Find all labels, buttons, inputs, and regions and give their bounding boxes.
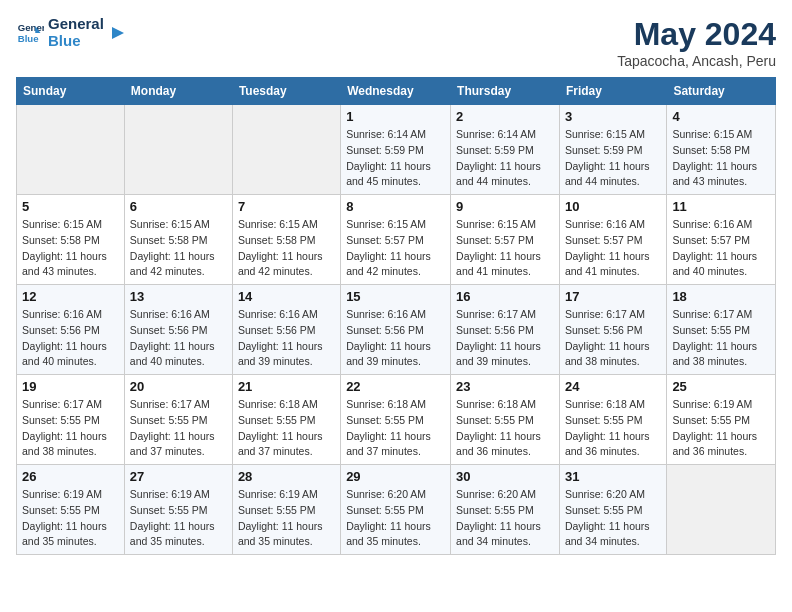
- day-number: 18: [672, 289, 770, 304]
- calendar-cell: [124, 105, 232, 195]
- col-header-sunday: Sunday: [17, 78, 125, 105]
- day-detail: Sunrise: 6:16 AM Sunset: 5:57 PM Dayligh…: [672, 217, 770, 280]
- calendar-cell: [667, 465, 776, 555]
- day-detail: Sunrise: 6:14 AM Sunset: 5:59 PM Dayligh…: [456, 127, 554, 190]
- calendar-cell: 13Sunrise: 6:16 AM Sunset: 5:56 PM Dayli…: [124, 285, 232, 375]
- day-detail: Sunrise: 6:14 AM Sunset: 5:59 PM Dayligh…: [346, 127, 445, 190]
- day-number: 10: [565, 199, 661, 214]
- col-header-monday: Monday: [124, 78, 232, 105]
- svg-text:General: General: [18, 22, 44, 33]
- day-number: 2: [456, 109, 554, 124]
- logo-blue: Blue: [48, 33, 104, 50]
- calendar-cell: [17, 105, 125, 195]
- calendar-cell: 2Sunrise: 6:14 AM Sunset: 5:59 PM Daylig…: [451, 105, 560, 195]
- day-detail: Sunrise: 6:15 AM Sunset: 5:58 PM Dayligh…: [672, 127, 770, 190]
- day-number: 11: [672, 199, 770, 214]
- calendar-week-3: 12Sunrise: 6:16 AM Sunset: 5:56 PM Dayli…: [17, 285, 776, 375]
- day-detail: Sunrise: 6:19 AM Sunset: 5:55 PM Dayligh…: [130, 487, 227, 550]
- day-detail: Sunrise: 6:15 AM Sunset: 5:57 PM Dayligh…: [456, 217, 554, 280]
- month-title: May 2024: [617, 16, 776, 53]
- day-number: 4: [672, 109, 770, 124]
- logo-general: General: [48, 16, 104, 33]
- day-detail: Sunrise: 6:16 AM Sunset: 5:56 PM Dayligh…: [346, 307, 445, 370]
- calendar-cell: 7Sunrise: 6:15 AM Sunset: 5:58 PM Daylig…: [232, 195, 340, 285]
- day-detail: Sunrise: 6:20 AM Sunset: 5:55 PM Dayligh…: [456, 487, 554, 550]
- calendar-cell: 20Sunrise: 6:17 AM Sunset: 5:55 PM Dayli…: [124, 375, 232, 465]
- day-number: 7: [238, 199, 335, 214]
- day-detail: Sunrise: 6:19 AM Sunset: 5:55 PM Dayligh…: [238, 487, 335, 550]
- calendar-cell: 21Sunrise: 6:18 AM Sunset: 5:55 PM Dayli…: [232, 375, 340, 465]
- day-number: 9: [456, 199, 554, 214]
- col-header-saturday: Saturday: [667, 78, 776, 105]
- calendar-body: 1Sunrise: 6:14 AM Sunset: 5:59 PM Daylig…: [17, 105, 776, 555]
- calendar-cell: 26Sunrise: 6:19 AM Sunset: 5:55 PM Dayli…: [17, 465, 125, 555]
- calendar-cell: 6Sunrise: 6:15 AM Sunset: 5:58 PM Daylig…: [124, 195, 232, 285]
- calendar-cell: 10Sunrise: 6:16 AM Sunset: 5:57 PM Dayli…: [559, 195, 666, 285]
- calendar-cell: 28Sunrise: 6:19 AM Sunset: 5:55 PM Dayli…: [232, 465, 340, 555]
- calendar-cell: 4Sunrise: 6:15 AM Sunset: 5:58 PM Daylig…: [667, 105, 776, 195]
- svg-marker-3: [112, 27, 124, 39]
- day-number: 16: [456, 289, 554, 304]
- day-detail: Sunrise: 6:18 AM Sunset: 5:55 PM Dayligh…: [346, 397, 445, 460]
- day-detail: Sunrise: 6:16 AM Sunset: 5:56 PM Dayligh…: [130, 307, 227, 370]
- calendar-cell: 17Sunrise: 6:17 AM Sunset: 5:56 PM Dayli…: [559, 285, 666, 375]
- day-number: 20: [130, 379, 227, 394]
- calendar-cell: 8Sunrise: 6:15 AM Sunset: 5:57 PM Daylig…: [341, 195, 451, 285]
- day-detail: Sunrise: 6:15 AM Sunset: 5:57 PM Dayligh…: [346, 217, 445, 280]
- day-detail: Sunrise: 6:20 AM Sunset: 5:55 PM Dayligh…: [565, 487, 661, 550]
- day-detail: Sunrise: 6:17 AM Sunset: 5:55 PM Dayligh…: [22, 397, 119, 460]
- svg-text:Blue: Blue: [18, 32, 39, 43]
- calendar-cell: 29Sunrise: 6:20 AM Sunset: 5:55 PM Dayli…: [341, 465, 451, 555]
- calendar-cell: 18Sunrise: 6:17 AM Sunset: 5:55 PM Dayli…: [667, 285, 776, 375]
- calendar-cell: 16Sunrise: 6:17 AM Sunset: 5:56 PM Dayli…: [451, 285, 560, 375]
- day-number: 24: [565, 379, 661, 394]
- day-detail: Sunrise: 6:17 AM Sunset: 5:56 PM Dayligh…: [565, 307, 661, 370]
- calendar-week-1: 1Sunrise: 6:14 AM Sunset: 5:59 PM Daylig…: [17, 105, 776, 195]
- calendar-cell: 19Sunrise: 6:17 AM Sunset: 5:55 PM Dayli…: [17, 375, 125, 465]
- calendar-cell: 5Sunrise: 6:15 AM Sunset: 5:58 PM Daylig…: [17, 195, 125, 285]
- day-number: 3: [565, 109, 661, 124]
- day-detail: Sunrise: 6:15 AM Sunset: 5:58 PM Dayligh…: [130, 217, 227, 280]
- day-detail: Sunrise: 6:17 AM Sunset: 5:55 PM Dayligh…: [672, 307, 770, 370]
- calendar-cell: 27Sunrise: 6:19 AM Sunset: 5:55 PM Dayli…: [124, 465, 232, 555]
- day-detail: Sunrise: 6:16 AM Sunset: 5:56 PM Dayligh…: [22, 307, 119, 370]
- calendar-cell: 23Sunrise: 6:18 AM Sunset: 5:55 PM Dayli…: [451, 375, 560, 465]
- calendar-cell: 30Sunrise: 6:20 AM Sunset: 5:55 PM Dayli…: [451, 465, 560, 555]
- day-detail: Sunrise: 6:17 AM Sunset: 5:56 PM Dayligh…: [456, 307, 554, 370]
- day-number: 15: [346, 289, 445, 304]
- location-subtitle: Tapacocha, Ancash, Peru: [617, 53, 776, 69]
- day-number: 5: [22, 199, 119, 214]
- calendar-week-4: 19Sunrise: 6:17 AM Sunset: 5:55 PM Dayli…: [17, 375, 776, 465]
- day-number: 23: [456, 379, 554, 394]
- day-detail: Sunrise: 6:18 AM Sunset: 5:55 PM Dayligh…: [456, 397, 554, 460]
- title-block: May 2024 Tapacocha, Ancash, Peru: [617, 16, 776, 69]
- day-detail: Sunrise: 6:18 AM Sunset: 5:55 PM Dayligh…: [565, 397, 661, 460]
- calendar-cell: 31Sunrise: 6:20 AM Sunset: 5:55 PM Dayli…: [559, 465, 666, 555]
- col-header-thursday: Thursday: [451, 78, 560, 105]
- calendar-cell: 1Sunrise: 6:14 AM Sunset: 5:59 PM Daylig…: [341, 105, 451, 195]
- day-number: 22: [346, 379, 445, 394]
- day-detail: Sunrise: 6:15 AM Sunset: 5:58 PM Dayligh…: [22, 217, 119, 280]
- col-header-wednesday: Wednesday: [341, 78, 451, 105]
- calendar-cell: 3Sunrise: 6:15 AM Sunset: 5:59 PM Daylig…: [559, 105, 666, 195]
- day-number: 21: [238, 379, 335, 394]
- calendar-table: SundayMondayTuesdayWednesdayThursdayFrid…: [16, 77, 776, 555]
- calendar-cell: 9Sunrise: 6:15 AM Sunset: 5:57 PM Daylig…: [451, 195, 560, 285]
- day-number: 14: [238, 289, 335, 304]
- day-number: 27: [130, 469, 227, 484]
- day-detail: Sunrise: 6:16 AM Sunset: 5:56 PM Dayligh…: [238, 307, 335, 370]
- day-number: 17: [565, 289, 661, 304]
- day-number: 28: [238, 469, 335, 484]
- calendar-cell: 15Sunrise: 6:16 AM Sunset: 5:56 PM Dayli…: [341, 285, 451, 375]
- day-number: 31: [565, 469, 661, 484]
- day-detail: Sunrise: 6:19 AM Sunset: 5:55 PM Dayligh…: [672, 397, 770, 460]
- calendar-week-5: 26Sunrise: 6:19 AM Sunset: 5:55 PM Dayli…: [17, 465, 776, 555]
- logo-arrow-icon: [108, 23, 128, 43]
- col-header-tuesday: Tuesday: [232, 78, 340, 105]
- day-detail: Sunrise: 6:15 AM Sunset: 5:58 PM Dayligh…: [238, 217, 335, 280]
- col-header-friday: Friday: [559, 78, 666, 105]
- calendar-cell: 25Sunrise: 6:19 AM Sunset: 5:55 PM Dayli…: [667, 375, 776, 465]
- day-number: 12: [22, 289, 119, 304]
- day-number: 8: [346, 199, 445, 214]
- day-number: 13: [130, 289, 227, 304]
